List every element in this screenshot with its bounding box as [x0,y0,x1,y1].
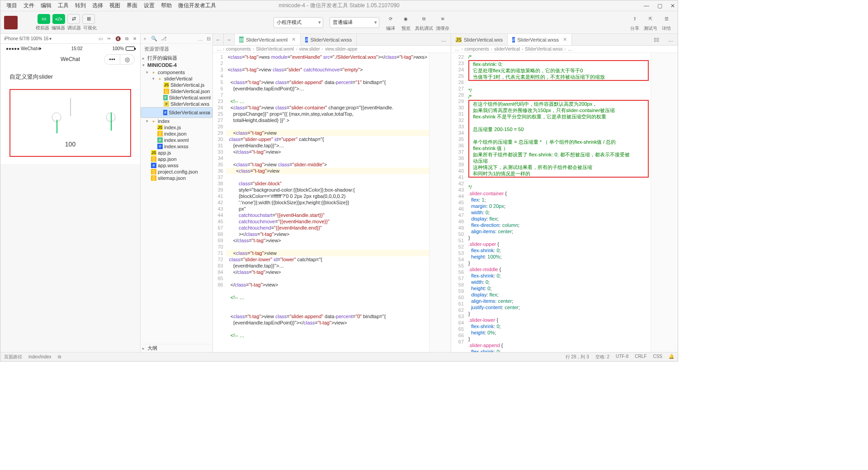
page-path-label: 页面路径 [4,354,22,360]
tree-node-sliderVertical[interactable]: ▾▸sliderVertical [141,75,212,82]
editor-toolbar-back[interactable]: ← [213,34,224,45]
menu-select[interactable]: 选择 [89,2,106,9]
device-picker[interactable]: iPhone 6/7/8 100% 16 [4,36,48,41]
rotate-icon[interactable]: ▭ [99,36,103,42]
explorer-title: 资源管理器 [141,44,212,54]
menu-interface[interactable]: 界面 [123,2,141,9]
menu-project[interactable]: 项目 [3,2,20,9]
sidebar-search-icon[interactable]: 🔍 [151,36,157,42]
tree-node-SliderVertical.wxs[interactable]: #SliderVertical.wxs [141,101,212,107]
editor-more-icon-2[interactable]: … [664,34,678,45]
menu-view[interactable]: 视图 [106,2,123,9]
sidebar-add-icon[interactable]: ＋ [142,35,147,42]
menu-help[interactable]: 帮助 [158,2,175,9]
copy-path-icon[interactable]: ⧉ [58,354,61,360]
tab-wxs[interactable]: JSSliderVertical.wxs [451,34,508,45]
app-mode-select[interactable]: 小程序模式 [274,17,323,28]
compile-mode-select[interactable]: 普通编译 [330,17,379,28]
tree-node-components[interactable]: ▾▸components [141,69,212,75]
close-button[interactable]: ✕ [670,3,675,9]
custom-slider[interactable]: 100 [9,89,131,157]
indent-setting[interactable]: 空格: 2 [595,354,609,360]
notifications-icon[interactable]: 🔔 [669,354,674,360]
open-editors-section[interactable]: ▸打开的编辑器 [141,54,212,62]
tree-node-index.json[interactable]: {}index.json [141,131,212,137]
tree-node-sitemap.json[interactable]: {}sitemap.json [141,175,212,181]
menu-devtools[interactable]: 微信开发者工具 [175,2,219,9]
nav-title: WeChat [61,56,80,62]
menu-file[interactable]: 文件 [20,2,38,9]
clear-cache-button[interactable]: ≋ [436,14,449,24]
tree-node-app.json[interactable]: {}app.json [141,156,212,162]
project-root[interactable]: ▾MINICODE-4 [141,62,212,68]
breadcrumb-2[interactable]: …› components› sliderVertical› SliderVer… [451,46,678,53]
tree-node-SliderVertical.json[interactable]: {}SliderVertical.json [141,88,212,94]
capsule-close-icon[interactable]: ◎ [120,55,134,64]
remote-debug-button[interactable]: ⧉ [418,14,430,24]
debugger-toggle[interactable]: ⇄ [67,14,80,24]
tab-wxss-2[interactable]: #SliderVertical.wxss✕ [508,34,572,45]
battery-icon [126,47,135,51]
outline-section[interactable]: ▸大纲 [141,344,212,352]
editor-toggle[interactable]: </> [52,14,65,24]
preview-button[interactable]: ◉ [400,14,412,24]
menu-settings[interactable]: 设置 [141,2,158,9]
split-editor-icon[interactable]: ▯▯ [649,34,664,45]
tree-node-app.js[interactable]: JSapp.js [141,150,212,156]
tree-node-app.wxss[interactable]: #app.wxss [141,162,212,169]
window-title: minicode-4 - 微信开发者工具 Stable 1.05.2107090 [278,2,399,9]
minimap-2[interactable] [651,53,678,352]
menu-tools[interactable]: 工具 [55,2,72,9]
tab-wxml[interactable]: ▤SliderVertical.wxml✕ [235,34,301,45]
language-mode[interactable]: CSS [653,354,662,360]
menu-goto[interactable]: 转到 [72,2,89,9]
battery-pct: 100% [112,46,124,51]
mute-icon[interactable]: 🔇 [115,36,121,42]
tree-node-index.js[interactable]: JSindex.js [141,124,212,131]
slider-value-label: 100 [65,141,75,148]
compile-button[interactable]: ⟳ [384,14,397,24]
tree-node-index.wxss[interactable]: #index.wxss [141,143,212,150]
breadcrumb-1[interactable]: …› components› SliderVertical.wxml› view… [213,46,451,53]
tree-node-SliderVertical.wxml[interactable]: #SliderVertical.wxml [141,94,212,101]
close-tab-icon[interactable]: ✕ [563,37,567,42]
details-button[interactable]: ☰ [660,14,673,24]
page-heading: 自定义竖向slider [9,73,131,81]
tree-node-project.config.json[interactable]: {}project.config.json [141,169,212,175]
user-avatar[interactable] [4,16,18,29]
editor-toolbar-fwd[interactable]: → [224,34,235,45]
menu-edit[interactable]: 编辑 [38,2,55,9]
minimize-button[interactable]: ― [644,3,649,9]
close-sim-icon[interactable]: ✕ [133,36,137,42]
tree-node-index.wxml[interactable]: #index.wxml [141,137,212,143]
tree-node-SliderVertical.js[interactable]: JSSliderVertical.js [141,82,212,88]
minimap-1[interactable] [429,53,451,352]
tree-node-SliderVertical.wxss[interactable]: #SliderVertical.wxss [141,107,212,118]
close-tab-icon[interactable]: ✕ [292,37,296,42]
tree-node-index[interactable]: ▾▸index [141,118,212,124]
screenshot-icon[interactable]: ✂ [107,36,111,42]
page-path-value[interactable]: index/index [28,354,52,359]
status-time: 15:02 [42,46,113,51]
detach-icon[interactable]: ⧉ [125,36,128,42]
encoding[interactable]: UTF-8 [616,354,628,360]
sidebar-collapse-icon[interactable]: ⊟ [207,36,211,42]
test-account-button[interactable]: ⇱ [644,14,657,24]
eol-setting[interactable]: CRLF [635,354,646,360]
tab-wxss-1[interactable]: #SliderVertical.wxss [301,34,357,45]
cursor-position[interactable]: 行 28，列 3 [566,354,589,360]
sidebar-more-icon[interactable]: … [198,36,203,42]
simulator-toggle[interactable]: ▭ [38,14,50,24]
editor-more-icon[interactable]: … [437,34,451,45]
carrier-label: ●●●●● WeChat [6,46,37,51]
capsule-menu-icon[interactable]: ••• [104,55,120,64]
sidebar-branch-icon[interactable]: ⎇ [161,36,167,42]
maximize-button[interactable]: ▢ [657,3,662,9]
share-button[interactable]: ⇪ [628,14,641,24]
visualize-toggle[interactable]: ⊞ [82,14,95,24]
